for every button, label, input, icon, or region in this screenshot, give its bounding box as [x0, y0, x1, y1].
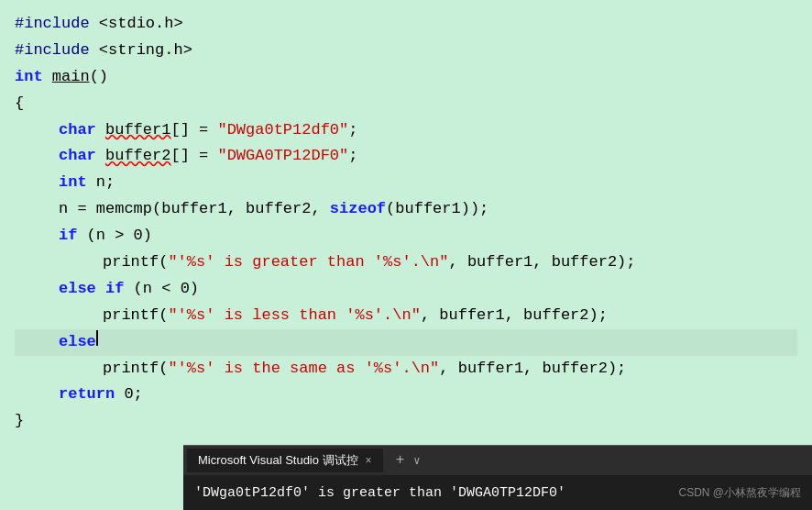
- include-keyword: #include: [15, 11, 90, 38]
- tab-close-button[interactable]: ×: [366, 454, 372, 467]
- code-line-7: int n;: [15, 170, 797, 196]
- code-line-8: n = memcmp(buffer1, buffer2, sizeof(buff…: [15, 196, 797, 223]
- debug-tab[interactable]: Microsoft Visual Studio 调试控 ×: [187, 449, 383, 472]
- code-line-3: int main(): [15, 64, 797, 91]
- debug-panel: Microsoft Visual Studio 调试控 × + ∨ 'DWga0…: [183, 445, 812, 510]
- output-text: 'DWga0tP12df0' is greater than 'DWGA0TP1…: [194, 485, 565, 501]
- debug-tab-label: Microsoft Visual Studio 调试控: [198, 452, 358, 469]
- include-keyword-2: #include: [15, 38, 90, 64]
- code-editor[interactable]: #include <stdio.h> #include <string.h> i…: [0, 11, 812, 435]
- code-line-4: {: [15, 91, 797, 117]
- tab-dropdown-button[interactable]: ∨: [413, 454, 420, 468]
- code-line-5: char buffer1[] = "DWga0tP12df0";: [15, 117, 797, 144]
- code-line-12: printf("'%s' is less than '%s'.\n", buff…: [15, 303, 797, 329]
- code-line-13: else: [15, 329, 797, 356]
- code-line-16: }: [15, 408, 797, 435]
- editor-area: #include <stdio.h> #include <string.h> i…: [0, 0, 812, 510]
- keyword-int: int: [15, 64, 43, 91]
- code-line-14: printf("'%s' is the same as '%s'.\n", bu…: [15, 356, 797, 382]
- code-line-9: if (n > 0): [15, 223, 797, 249]
- code-line-10: printf("'%s' is greater than '%s'.\n", b…: [15, 249, 797, 276]
- code-line-1: #include <stdio.h>: [15, 11, 797, 38]
- func-main: main: [52, 64, 90, 91]
- var-buffer2: buffer2: [105, 143, 170, 170]
- code-line-6: char buffer2[] = "DWGA0TP12DF0";: [15, 143, 797, 170]
- tab-add-button[interactable]: +: [390, 452, 411, 469]
- watermark-text: CSDN @小林熬夜学编程: [678, 485, 801, 501]
- output-line: 'DWga0tP12df0' is greater than 'DWGA0TP1…: [183, 475, 812, 510]
- cursor: [96, 330, 98, 346]
- panel-tab-bar: Microsoft Visual Studio 调试控 × + ∨: [183, 446, 812, 475]
- code-line-11: else if (n < 0): [15, 276, 797, 303]
- code-line-15: return 0;: [15, 382, 797, 408]
- var-buffer1: buffer1: [105, 117, 170, 144]
- code-line-2: #include <string.h>: [15, 38, 797, 64]
